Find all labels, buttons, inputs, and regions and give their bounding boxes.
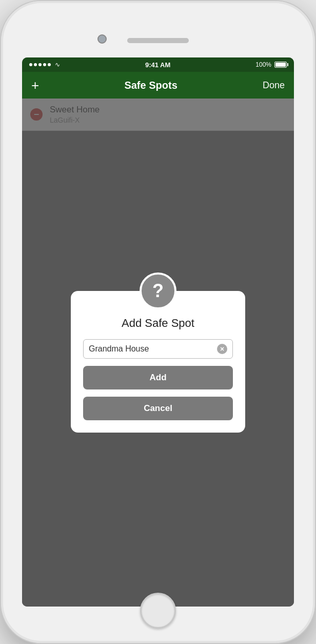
- signal-dot-4: [43, 63, 46, 66]
- content-area: Sweet Home LaGuifi-X ? Add Safe Spot Add…: [22, 99, 294, 607]
- signal-dot-3: [38, 63, 42, 66]
- status-time: 9:41 AM: [145, 61, 170, 69]
- battery-icon: [274, 62, 287, 68]
- modal-box: Add Safe Spot Add Cancel: [71, 291, 245, 433]
- question-mark-icon: ?: [152, 282, 164, 300]
- modal-input-container: [83, 339, 233, 359]
- signal-dots: [29, 63, 51, 66]
- phone-screen: ∿ 9:41 AM 100% + Safe Spots Done: [22, 57, 294, 607]
- status-right: 100%: [255, 61, 287, 68]
- speaker: [127, 38, 189, 43]
- spot-name-input[interactable]: [89, 344, 217, 354]
- modal-title: Add Safe Spot: [122, 317, 194, 330]
- nav-title: Safe Spots: [124, 80, 177, 91]
- done-button[interactable]: Done: [263, 80, 285, 91]
- status-left: ∿: [29, 61, 60, 68]
- signal-dot-5: [48, 63, 51, 66]
- volume-up-button: [0, 109, 1, 137]
- wifi-icon: ∿: [55, 61, 60, 68]
- phone-frame: ∿ 9:41 AM 100% + Safe Spots Done: [0, 0, 316, 644]
- clear-input-button[interactable]: [217, 344, 227, 354]
- add-button[interactable]: +: [31, 79, 39, 92]
- add-button[interactable]: Add: [83, 366, 233, 389]
- modal-overlay: ? Add Safe Spot Add Cancel: [22, 99, 294, 607]
- signal-dot-2: [34, 63, 37, 66]
- battery-percentage: 100%: [255, 61, 271, 68]
- camera: [97, 34, 107, 44]
- nav-bar: + Safe Spots Done: [22, 72, 294, 99]
- signal-dot-1: [29, 63, 32, 66]
- volume-down-button: [0, 145, 1, 173]
- modal-icon: ?: [140, 272, 176, 309]
- status-bar: ∿ 9:41 AM 100%: [22, 57, 294, 72]
- cancel-button[interactable]: Cancel: [83, 397, 233, 420]
- home-button[interactable]: [140, 593, 176, 629]
- battery-box: [274, 62, 287, 68]
- battery-fill: [275, 63, 286, 67]
